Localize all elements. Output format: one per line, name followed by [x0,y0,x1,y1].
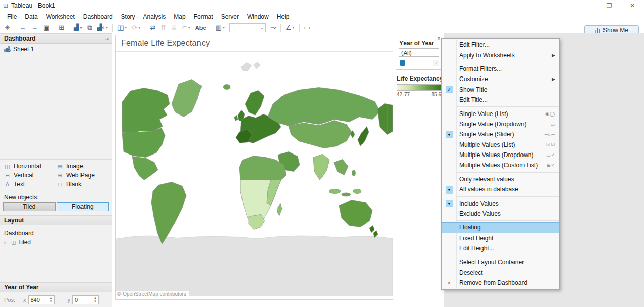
filter-slider[interactable]: ‹ [399,59,439,66]
spinner-arrows-icon[interactable]: ▲▼ [48,296,54,303]
pause-auto-updates-icon[interactable]: ◫▾ [115,23,129,33]
slider-thumb[interactable] [400,60,405,66]
object-image[interactable]: ▤Image [57,163,109,170]
spinner-arrows-icon[interactable]: ▲▼ [92,296,98,303]
text-icon: A [4,181,11,187]
menu-item-multiple-values-dropdown[interactable]: Multiple Values (Dropdown)▭✓ [442,150,559,160]
menu-item-include-values[interactable]: ●Include Values [442,198,559,208]
menu-item-edit-height[interactable]: Edit Height... [442,243,559,253]
world-map[interactable]: © OpenStreetMap contributors [116,51,393,299]
slider-left-button[interactable]: ‹ [433,60,439,66]
presentation-mode-icon[interactable]: ▭ [302,23,313,33]
clear-sheet-icon[interactable]: ▟✕▾ [94,23,110,33]
menu-item-single-value-slider[interactable]: ●Single Value (Slider)─□─ [442,129,559,139]
menu-bar: File Data Worksheet Dashboard Story Anal… [0,11,644,22]
new-objects-label: New objects: [0,190,112,202]
sort-descending-icon[interactable]: ⇊ [169,23,179,33]
card-close-icon[interactable]: ✕ [437,36,441,41]
menu-dashboard[interactable]: Dashboard [79,11,117,22]
filter-value-box[interactable]: (All) [399,48,439,57]
dropdown-caret-icon[interactable]: ▾ [80,25,82,30]
new-data-source-icon[interactable]: ⊞ [56,23,67,33]
dropdown-caret-icon[interactable]: ▾ [293,25,295,30]
save-icon[interactable]: ▣ [41,23,52,33]
pos-y-spinner[interactable]: 0▲▼ [72,295,99,304]
menu-server[interactable]: Server [217,11,243,22]
menu-item-customize[interactable]: Customize▶ [442,74,559,84]
menu-item-single-value-dropdown[interactable]: Single Value (Dropdown)▭ [442,119,559,129]
toolbar-separator [15,24,15,32]
new-worksheet-glyph: ▟ [74,24,79,31]
menu-item-select-layout-container[interactable]: Select Layout Container [442,257,559,267]
tiled-button[interactable]: Tiled [3,202,56,211]
redo-icon[interactable]: → [29,23,41,33]
object-web-page[interactable]: ⊕Web Page [57,172,109,179]
multi-custom-list-icon: ⊞✓ [547,163,559,168]
sort-ascending-icon[interactable]: ⇈ [158,23,169,33]
close-button[interactable]: ✕ [621,0,644,11]
undo-icon[interactable]: ← [17,23,29,33]
pos-x-spinner[interactable]: 840▲▼ [28,295,55,304]
pause-glyph: ◫ [117,24,124,31]
dropdown-caret-icon[interactable]: ▾ [106,25,108,30]
menu-item-label: Multiple Values (List) [456,141,546,148]
menu-item-multiple-values-list[interactable]: Multiple Values (List)☑☑ [442,140,559,150]
sheet-list-item[interactable]: Sheet 1 [0,44,112,55]
new-worksheet-icon[interactable]: ▟▾ [71,23,85,33]
minimize-button[interactable]: – [574,0,597,11]
menu-help[interactable]: Help [273,11,294,22]
radio-selected-icon: ● [446,186,453,194]
menu-worksheet[interactable]: Worksheet [42,11,79,22]
show-mark-labels-icon[interactable]: Abc [193,23,209,33]
menu-item-edit-filter[interactable]: Edit Filter... [442,40,559,50]
group-members-icon[interactable]: ⊂▾ [179,23,193,33]
menu-item-single-value-list[interactable]: Single Value (List)◉◯ [442,108,559,119]
menu-item-multiple-values-custom-list[interactable]: Multiple Values (Custom List)⊞✓ [442,160,559,170]
run-update-icon[interactable]: ⟳▾ [129,23,143,33]
duplicate-icon[interactable]: ⧉ [85,23,94,33]
menu-item-format-filters[interactable]: Format Filters... [442,64,559,74]
fit-combobox[interactable]: ⌄ [229,23,266,32]
tableau-logo-icon[interactable]: ✳ [2,23,13,33]
object-label: Text [14,181,25,188]
menu-item-edit-title[interactable]: Edit Title... [442,95,559,105]
dropdown-caret-icon[interactable]: ▾ [223,25,225,30]
fix-map-icon[interactable]: ⊸ [268,23,278,33]
menu-item-all-values-in-database[interactable]: ●All values in database [442,184,559,195]
object-vertical[interactable]: ⊟Vertical [4,172,57,179]
highlight-icon[interactable]: ∠▾ [283,23,297,33]
menu-item-show-title[interactable]: ✓Show Title [442,85,559,95]
pin-icon[interactable]: ⊸ [105,36,109,42]
object-blank[interactable]: □Blank [57,181,109,188]
menu-item-only-relevant-values[interactable]: Only relevant values [442,174,559,184]
color-legend-card[interactable]: Life Expectancy 42.77 85.6 [396,74,442,97]
object-horizontal[interactable]: ◫Horizontal [4,163,57,170]
expand-chevron-icon[interactable]: › [4,240,9,245]
menu-item-remove-from-dashboard[interactable]: ×Remove from Dashboard [442,278,559,288]
menu-item-exclude-values[interactable]: Exclude Values [442,209,559,219]
menu-item-apply-to-worksheets[interactable]: Apply to Worksheets▶ [442,50,559,60]
map-sheet-zone[interactable]: Female Life Expectancy [115,35,393,300]
swap-rows-columns-icon[interactable]: ⇄ [147,23,158,33]
floating-button[interactable]: Floating [57,202,109,211]
layout-tiled-node[interactable]: › ◫ Tiled [4,238,108,247]
restore-button[interactable]: ❐ [597,0,621,11]
layout-dashboard-node[interactable]: Dashboard [4,228,108,238]
menu-data[interactable]: Data [21,11,42,22]
menu-item-deselect[interactable]: Deselect [442,267,559,278]
dropdown-caret-icon[interactable]: ▾ [125,25,127,30]
menu-format[interactable]: Format [190,11,217,22]
menu-map[interactable]: Map [170,11,189,22]
menu-item-label: Remove from Dashboard [456,279,559,286]
menu-story[interactable]: Story [117,11,139,22]
menu-window[interactable]: Window [243,11,273,22]
menu-item-fixed-height[interactable]: Fixed Height [442,233,559,243]
dropdown-caret-icon: ▾ [138,25,140,30]
year-filter-card[interactable]: ✕ Year of Year (All) ‹ [396,35,442,70]
x-label: x [23,297,26,303]
menu-analysis[interactable]: Analysis [139,11,170,22]
show-hide-cards-icon[interactable]: ▥▾ [213,23,227,33]
object-text[interactable]: AText [4,181,57,188]
menu-file[interactable]: File [3,11,21,22]
menu-item-floating[interactable]: Floating [442,222,559,233]
